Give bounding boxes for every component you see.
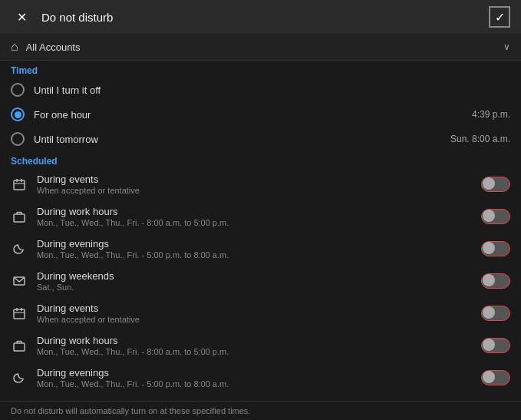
account-left: ⌂ All Accounts: [11, 40, 81, 54]
sched-subtitle-3: Sat., Sun.: [37, 283, 472, 292]
toggle-0[interactable]: [481, 177, 510, 192]
svg-rect-0: [14, 180, 25, 190]
sched-subtitle-6: Mon., Tue., Wed., Thu., Fri. - 5:00 p.m.…: [37, 379, 472, 389]
header: ✕ Do not disturb ✓: [0, 0, 521, 34]
svg-rect-4: [14, 214, 25, 222]
sched-text-1: During work hours Mon., Tue., Wed., Thu.…: [37, 206, 472, 227]
sched-title-0: During events: [37, 174, 472, 185]
sched-subtitle-0: When accepted or tentative: [37, 186, 472, 195]
radio-turn-off[interactable]: [11, 83, 25, 97]
sched-item-0[interactable]: During events When accepted or tentative: [0, 168, 521, 200]
sched-item-3[interactable]: During weekends Sat., Sun.: [0, 265, 521, 297]
content-area: ⌂ All Accounts ∨ Timed Until I turn it o…: [0, 34, 521, 410]
sched-title-6: During evenings: [37, 367, 472, 379]
timed-label-turn-off: Until I turn it off: [34, 84, 501, 96]
moon-icon-6: [11, 369, 28, 386]
sched-title-2: During evenings: [37, 238, 472, 250]
svg-rect-10: [14, 343, 25, 351]
sched-text-2: During evenings Mon., Tue., Wed., Thu., …: [37, 238, 472, 260]
radio-tomorrow[interactable]: [11, 132, 25, 146]
sched-title-5: During work hours: [37, 335, 472, 346]
footer: Do not disturb will automatically turn o…: [0, 401, 521, 420]
sched-subtitle-4: When accepted or tentative: [37, 315, 472, 324]
toggle-4[interactable]: [481, 306, 510, 321]
toggle-6[interactable]: [481, 370, 510, 385]
close-button[interactable]: ✕: [11, 6, 32, 28]
header-left: ✕ Do not disturb: [11, 6, 113, 28]
page-title: Do not disturb: [41, 11, 113, 24]
sched-item-5[interactable]: During work hours Mon., Tue., Wed., Thu.…: [0, 329, 521, 362]
timed-label-one-hour: For one hour: [34, 109, 463, 121]
briefcase-icon-1: [11, 208, 28, 225]
briefcase-icon-5: [11, 337, 28, 354]
sched-text-0: During events When accepted or tentative: [37, 174, 472, 195]
account-row[interactable]: ⌂ All Accounts ∨: [0, 34, 521, 61]
sched-item-1[interactable]: During work hours Mon., Tue., Wed., Thu.…: [0, 200, 521, 233]
sched-subtitle-1: Mon., Tue., Wed., Thu., Fri. - 8:00 a.m.…: [37, 218, 472, 227]
home-icon: ⌂: [11, 40, 18, 54]
scheduled-section-label: Scheduled: [0, 151, 521, 168]
sched-subtitle-2: Mon., Tue., Wed., Thu., Fri. - 5:00 p.m.…: [37, 250, 472, 260]
sched-item-2[interactable]: During evenings Mon., Tue., Wed., Thu., …: [0, 233, 521, 265]
account-name: All Accounts: [26, 41, 81, 53]
sched-title-3: During weekends: [37, 270, 472, 282]
sched-subtitle-5: Mon., Tue., Wed., Thu., Fri. - 8:00 a.m.…: [37, 347, 472, 356]
timed-item-one-hour[interactable]: For one hour 4:39 p.m.: [0, 102, 521, 127]
toggle-3[interactable]: [481, 273, 510, 289]
footer-text: Do not disturb will automatically turn o…: [11, 406, 250, 415]
sched-item-6[interactable]: During evenings Mon., Tue., Wed., Thu., …: [0, 362, 521, 394]
toggle-2[interactable]: [481, 241, 510, 256]
timed-time-one-hour: 4:39 p.m.: [472, 109, 510, 120]
timed-item-tomorrow[interactable]: Until tomorrow Sun. 8:00 a.m.: [0, 127, 521, 151]
svg-rect-6: [14, 309, 25, 319]
timed-label-tomorrow: Until tomorrow: [34, 134, 441, 145]
check-button[interactable]: ✓: [489, 6, 510, 28]
moon-icon-2: [11, 240, 28, 257]
envelope-icon-3: [11, 273, 28, 289]
sched-text-4: During events When accepted or tentative: [37, 303, 472, 324]
radio-one-hour[interactable]: [11, 107, 25, 121]
timed-time-tomorrow: Sun. 8:00 a.m.: [450, 134, 510, 144]
toggle-1[interactable]: [481, 209, 510, 224]
sched-title-4: During events: [37, 303, 472, 314]
sched-text-6: During evenings Mon., Tue., Wed., Thu., …: [37, 367, 472, 389]
timed-item-turn-off[interactable]: Until I turn it off: [0, 78, 521, 102]
calendar-icon-0: [11, 176, 28, 193]
sched-text-5: During work hours Mon., Tue., Wed., Thu.…: [37, 335, 472, 356]
calendar-icon-4: [11, 305, 28, 322]
chevron-down-icon: ∨: [503, 41, 510, 52]
timed-section-label: Timed: [0, 61, 521, 78]
sched-text-3: During weekends Sat., Sun.: [37, 270, 472, 292]
toggle-5[interactable]: [481, 338, 510, 353]
sched-item-4[interactable]: During events When accepted or tentative: [0, 297, 521, 329]
sched-title-1: During work hours: [37, 206, 472, 217]
